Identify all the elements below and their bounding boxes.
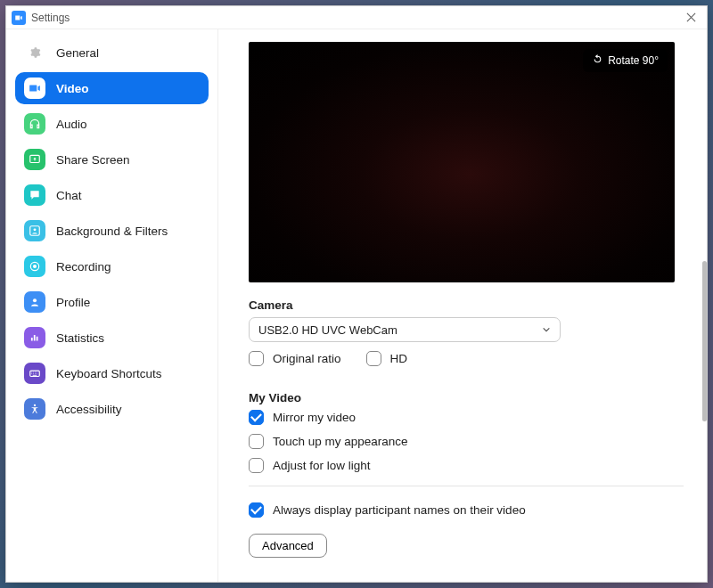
share-screen-icon [24, 149, 45, 170]
body: General Video Audio Share Screen [6, 29, 707, 582]
checkbox-lowlight[interactable]: Adjust for low light [249, 458, 684, 473]
sidebar-item-general[interactable]: General [15, 37, 209, 69]
sidebar-item-label: Chat [56, 189, 82, 202]
sidebar-item-accessibility[interactable]: Accessibility [15, 393, 209, 425]
checkbox-label: Original ratio [273, 352, 341, 365]
sidebar-item-label: Share Screen [56, 153, 130, 167]
window-title: Settings [31, 12, 680, 24]
titlebar: Settings [6, 6, 707, 29]
app-icon [12, 11, 26, 25]
sidebar-item-label: Keyboard Shortcuts [56, 367, 162, 380]
sidebar-item-audio[interactable]: Audio [15, 108, 209, 140]
sidebar-item-label: Recording [56, 260, 111, 274]
chat-icon [24, 184, 45, 206]
checkbox-mirror[interactable]: Mirror my video [249, 410, 684, 425]
checkbox-label: HD [390, 352, 408, 365]
sidebar-item-statistics[interactable]: Statistics [15, 322, 209, 354]
chart-icon [24, 327, 45, 348]
svg-point-5 [33, 298, 37, 302]
sidebar-item-label: Video [56, 82, 89, 95]
keyboard-icon [24, 363, 45, 384]
sidebar-item-share-screen[interactable]: Share Screen [15, 143, 209, 176]
svg-point-2 [34, 228, 37, 231]
svg-point-4 [33, 265, 37, 268]
checkbox-hd[interactable]: HD [366, 351, 408, 366]
sidebar-item-keyboard-shortcuts[interactable]: Keyboard Shortcuts [15, 357, 209, 389]
video-preview: Rotate 90° [249, 42, 675, 282]
checkbox-label: Touch up my appearance [273, 435, 408, 448]
checkbox-box [366, 351, 381, 366]
svg-point-7 [34, 404, 36, 406]
sidebar-item-label: Accessibility [56, 403, 122, 416]
camera-select[interactable]: USB2.0 HD UVC WebCam [249, 317, 561, 342]
sidebar-item-label: Audio [56, 118, 87, 131]
checkbox-box [249, 410, 264, 425]
headphones-icon [24, 113, 45, 135]
my-video-section-label: My Video [249, 391, 684, 404]
sidebar-item-background-filters[interactable]: Background & Filters [15, 215, 209, 247]
rotate-icon [592, 53, 603, 68]
sidebar-item-label: Background & Filters [56, 225, 168, 238]
checkbox-box [249, 458, 264, 473]
divider [249, 486, 684, 486]
record-icon [24, 256, 45, 277]
rotate-label: Rotate 90° [608, 54, 659, 67]
settings-window: Settings General Video [5, 5, 708, 583]
close-button[interactable] [680, 9, 701, 27]
sidebar-item-label: General [56, 46, 99, 60]
video-icon [24, 78, 45, 99]
sidebar-item-label: Profile [56, 296, 90, 309]
sidebar-item-profile[interactable]: Profile [15, 286, 209, 318]
checkbox-label: Always display participant names on thei… [273, 503, 526, 517]
advanced-button[interactable]: Advanced [249, 534, 327, 558]
sidebar-item-label: Statistics [56, 331, 104, 345]
checkbox-label: Adjust for low light [273, 459, 371, 472]
profile-icon [24, 291, 45, 313]
scrollbar-thumb[interactable] [702, 261, 707, 421]
sidebar-item-recording[interactable]: Recording [15, 250, 209, 282]
checkbox-touchup[interactable]: Touch up my appearance [249, 434, 684, 449]
sidebar-item-chat[interactable]: Chat [15, 179, 209, 211]
camera-section-label: Camera [249, 298, 684, 312]
sidebar-item-video[interactable]: Video [15, 72, 209, 104]
checkbox-label: Mirror my video [273, 411, 356, 424]
gear-icon [24, 42, 45, 63]
person-square-icon [24, 220, 45, 241]
checkbox-box [249, 434, 264, 449]
checkbox-original-ratio[interactable]: Original ratio [249, 351, 341, 366]
main-panel: Rotate 90° Camera USB2.0 HD UVC WebCam O… [218, 29, 707, 582]
rotate-button[interactable]: Rotate 90° [583, 49, 668, 72]
checkbox-box [249, 502, 264, 518]
accessibility-icon [24, 398, 45, 420]
camera-selected-value: USB2.0 HD UVC WebCam [258, 323, 397, 337]
checkbox-box [249, 351, 264, 366]
checkbox-display-names[interactable]: Always display participant names on thei… [249, 502, 684, 518]
sidebar: General Video Audio Share Screen [6, 29, 218, 582]
chevron-down-icon [542, 323, 551, 337]
